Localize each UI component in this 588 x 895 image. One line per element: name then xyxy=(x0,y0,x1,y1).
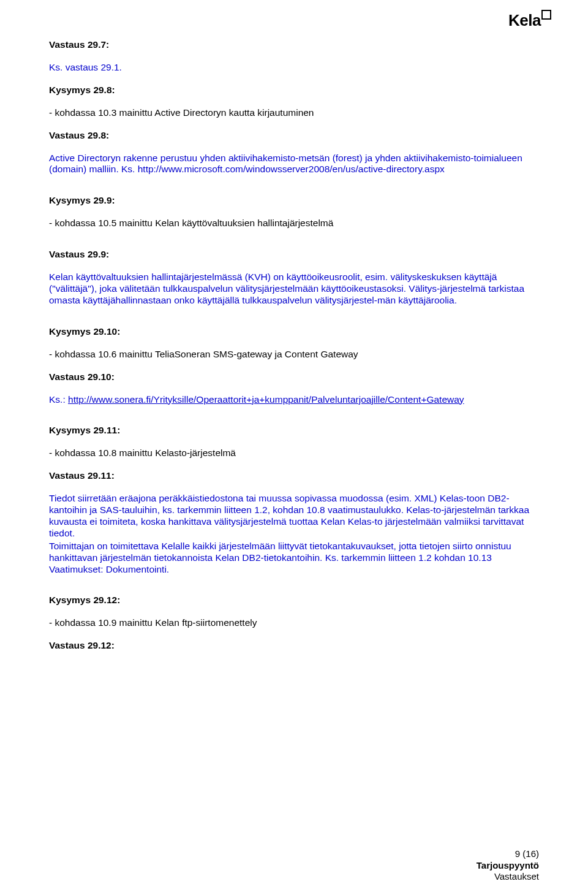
answer-heading: Vastaus 29.11: xyxy=(49,470,539,482)
answer-heading: Vastaus 29.7: xyxy=(49,39,539,51)
answer-heading: Vastaus 29.10: xyxy=(49,371,539,383)
answer-heading: Vastaus 29.12: xyxy=(49,640,539,652)
question-text: - kohdassa 10.8 mainittu Kelasto-järjest… xyxy=(49,448,539,459)
document-body: Vastaus 29.7: Ks. vastaus 29.1. Kysymys … xyxy=(49,15,539,652)
answer-text: Tiedot siirretään eräajona peräkkäistied… xyxy=(49,493,539,539)
question-text: - kohdassa 10.3 mainittu Active Director… xyxy=(49,107,539,119)
answer-link-para: Ks.: http://www.sonera.fi/Yrityksille/Op… xyxy=(49,394,539,406)
logo-text: Kela xyxy=(508,11,541,31)
answer-heading: Vastaus 29.8: xyxy=(49,130,539,142)
page-number: 9 (16) xyxy=(477,848,539,860)
question-heading: Kysymys 29.10: xyxy=(49,326,539,338)
link-prefix: Ks.: xyxy=(49,394,68,405)
question-heading: Kysymys 29.9: xyxy=(49,195,539,207)
answer-text: Ks. vastaus 29.1. xyxy=(49,62,539,74)
kela-logo: Kela xyxy=(508,11,551,31)
question-heading: Kysymys 29.12: xyxy=(49,595,539,606)
answer-text: Kelan käyttövaltuuksien hallintajärjeste… xyxy=(49,272,539,307)
logo-reg-icon xyxy=(541,10,551,20)
question-heading: Kysymys 29.8: xyxy=(49,85,539,96)
page: Kela Vastaus 29.7: Ks. vastaus 29.1. Kys… xyxy=(0,0,588,895)
page-footer: 9 (16) Tarjouspyyntö Vastaukset xyxy=(477,848,539,883)
question-heading: Kysymys 29.11: xyxy=(49,425,539,436)
answer-heading: Vastaus 29.9: xyxy=(49,249,539,261)
answer-text: Toimittajan on toimitettava Kelalle kaik… xyxy=(49,541,539,576)
footer-line-2: Vastaukset xyxy=(477,871,539,883)
answer-text: Active Directoryn rakenne perustuu yhden… xyxy=(49,153,539,176)
content-gateway-link[interactable]: http://www.sonera.fi/Yrityksille/Operaat… xyxy=(68,394,464,405)
question-text: - kohdassa 10.9 mainittu Kelan ftp-siirt… xyxy=(49,617,539,629)
question-text: - kohdassa 10.5 mainittu Kelan käyttöval… xyxy=(49,218,539,229)
footer-line-1: Tarjouspyyntö xyxy=(477,860,539,872)
question-text: - kohdassa 10.6 mainittu TeliaSoneran SM… xyxy=(49,349,539,360)
